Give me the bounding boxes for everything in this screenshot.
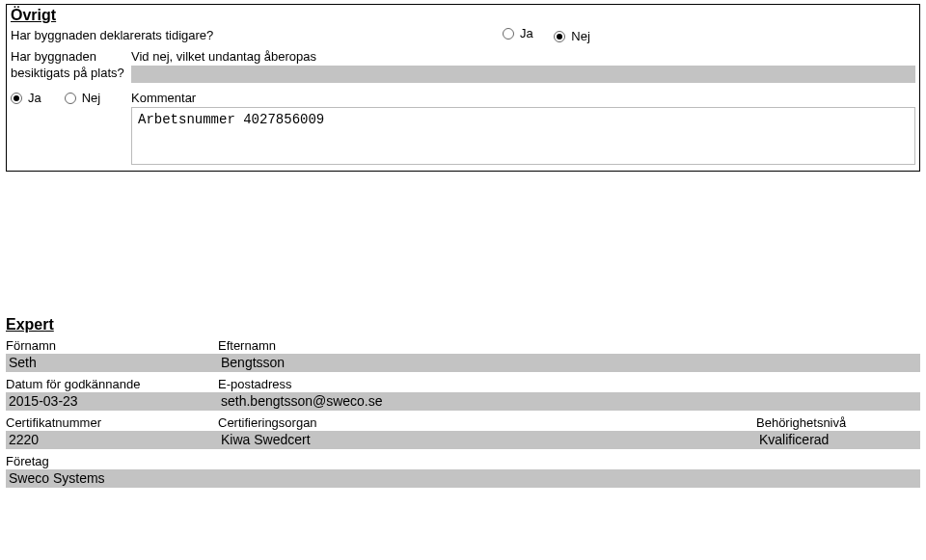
expert-row-cert: Certifikatnummer 2220 Certifieringsorgan… — [6, 414, 920, 449]
fornamn-label: Förnamn — [6, 337, 218, 354]
comment-box[interactable]: Arbetsnummer 4027856009 — [131, 107, 915, 165]
radio-q1-nej[interactable] — [554, 31, 565, 42]
cell-fornamn: Förnamn Seth — [6, 337, 218, 372]
radio-q3-nej-label: Nej — [82, 91, 101, 105]
epost-value[interactable]: seth.bengtsson@sweco.se — [218, 392, 920, 411]
cert-label: Certifikatnummer — [6, 414, 218, 431]
q3-left: Ja Nej — [11, 91, 131, 105]
radio-q1-ja[interactable] — [503, 28, 514, 40]
datum-value[interactable]: 2015-03-23 — [6, 392, 218, 411]
q1-row: Har byggnaden deklarerats tidigare? Ja N… — [11, 26, 915, 43]
radio-q3-nej[interactable] — [65, 93, 76, 104]
cell-datum: Datum för godkännande 2015-03-23 — [6, 376, 218, 411]
datum-label: Datum för godkännande — [6, 376, 218, 392]
efternamn-value[interactable]: Bengtsson — [218, 354, 920, 372]
organ-label: Certifieringsorgan — [218, 414, 756, 431]
radio-q1-ja-label: Ja — [520, 26, 533, 40]
q1-text: Har byggnaden deklarerats tidigare? — [11, 28, 503, 42]
radio-q3-ja[interactable] — [11, 93, 22, 104]
expert-row-company: Företag Sweco Systems — [6, 453, 920, 488]
q2-left-text: Har byggnaden besiktigats på plats? — [11, 49, 131, 82]
q1-radios: Ja Nej — [503, 26, 608, 43]
q2-right: Vid nej, vilket undantag åberopas — [131, 49, 915, 83]
cell-cert: Certifikatnummer 2220 — [6, 414, 218, 449]
expert-row-date: Datum för godkännande 2015-03-23 E-posta… — [6, 376, 920, 411]
niva-value[interactable]: Kvalificerad — [756, 431, 920, 449]
q2-field-input[interactable] — [131, 66, 915, 83]
foretag-value[interactable]: Sweco Systems — [6, 469, 920, 488]
radio-q3-ja-label: Ja — [28, 91, 41, 105]
cert-value[interactable]: 2220 — [6, 431, 218, 449]
foretag-label: Företag — [6, 453, 920, 469]
cell-efternamn: Efternamn Bengtsson — [218, 337, 920, 372]
cell-organ: Certifieringsorgan Kiwa Swedcert — [218, 414, 756, 449]
fornamn-value[interactable]: Seth — [6, 354, 218, 372]
misc-title: Övrigt — [11, 7, 915, 24]
cell-niva: Behörighetsnivå Kvalificerad — [756, 414, 920, 449]
q3-right: Kommentar Arbetsnummer 4027856009 — [131, 91, 915, 165]
cell-epost: E-postadress seth.bengtsson@sweco.se — [218, 376, 920, 411]
expert-title: Expert — [6, 316, 920, 333]
efternamn-label: Efternamn — [218, 337, 920, 354]
q2-row: Har byggnaden besiktigats på plats? Vid … — [11, 49, 915, 83]
epost-label: E-postadress — [218, 376, 920, 392]
expert-grid: Förnamn Seth Efternamn Bengtsson Datum f… — [6, 337, 920, 488]
niva-label: Behörighetsnivå — [756, 414, 920, 431]
expert-row-name: Förnamn Seth Efternamn Bengtsson — [6, 337, 920, 372]
cell-foretag: Företag Sweco Systems — [6, 453, 920, 488]
organ-value[interactable]: Kiwa Swedcert — [218, 431, 756, 449]
comment-label: Kommentar — [131, 91, 915, 105]
misc-section-box: Övrigt Har byggnaden deklarerats tidigar… — [6, 4, 920, 172]
radio-q1-nej-label: Nej — [571, 29, 590, 43]
q3-row: Ja Nej Kommentar Arbetsnummer 4027856009 — [11, 91, 915, 165]
q2-field-label: Vid nej, vilket undantag åberopas — [131, 49, 915, 64]
